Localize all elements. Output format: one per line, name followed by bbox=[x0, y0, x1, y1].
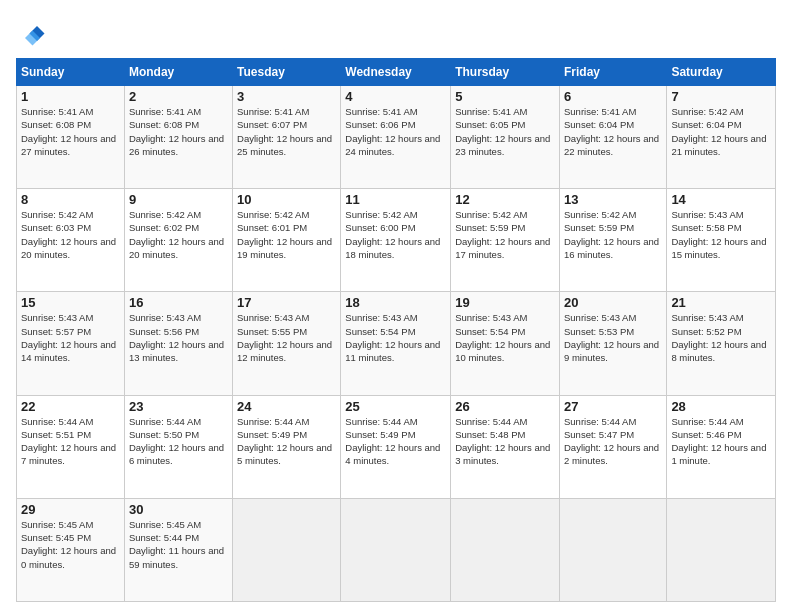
day-number: 19 bbox=[455, 295, 555, 310]
day-cell: 6 Sunrise: 5:41 AMSunset: 6:04 PMDayligh… bbox=[559, 86, 666, 189]
day-info: Sunrise: 5:42 AMSunset: 6:01 PMDaylight:… bbox=[237, 209, 332, 260]
day-info: Sunrise: 5:44 AMSunset: 5:49 PMDaylight:… bbox=[237, 416, 332, 467]
week-row-3: 15 Sunrise: 5:43 AMSunset: 5:57 PMDaylig… bbox=[17, 292, 776, 395]
day-info: Sunrise: 5:42 AMSunset: 6:02 PMDaylight:… bbox=[129, 209, 224, 260]
day-number: 12 bbox=[455, 192, 555, 207]
day-cell bbox=[559, 498, 666, 601]
day-cell: 8 Sunrise: 5:42 AMSunset: 6:03 PMDayligh… bbox=[17, 189, 125, 292]
weekday-header-thursday: Thursday bbox=[451, 59, 560, 86]
day-number: 5 bbox=[455, 89, 555, 104]
day-number: 6 bbox=[564, 89, 662, 104]
day-cell: 18 Sunrise: 5:43 AMSunset: 5:54 PMDaylig… bbox=[341, 292, 451, 395]
day-info: Sunrise: 5:41 AMSunset: 6:06 PMDaylight:… bbox=[345, 106, 440, 157]
day-cell: 2 Sunrise: 5:41 AMSunset: 6:08 PMDayligh… bbox=[124, 86, 232, 189]
day-cell bbox=[667, 498, 776, 601]
day-cell: 12 Sunrise: 5:42 AMSunset: 5:59 PMDaylig… bbox=[451, 189, 560, 292]
day-number: 23 bbox=[129, 399, 228, 414]
day-info: Sunrise: 5:43 AMSunset: 5:53 PMDaylight:… bbox=[564, 312, 659, 363]
weekday-header-friday: Friday bbox=[559, 59, 666, 86]
day-number: 14 bbox=[671, 192, 771, 207]
day-info: Sunrise: 5:43 AMSunset: 5:54 PMDaylight:… bbox=[455, 312, 550, 363]
day-cell: 19 Sunrise: 5:43 AMSunset: 5:54 PMDaylig… bbox=[451, 292, 560, 395]
day-number: 30 bbox=[129, 502, 228, 517]
day-info: Sunrise: 5:42 AMSunset: 6:00 PMDaylight:… bbox=[345, 209, 440, 260]
day-cell: 21 Sunrise: 5:43 AMSunset: 5:52 PMDaylig… bbox=[667, 292, 776, 395]
day-cell: 13 Sunrise: 5:42 AMSunset: 5:59 PMDaylig… bbox=[559, 189, 666, 292]
day-cell: 16 Sunrise: 5:43 AMSunset: 5:56 PMDaylig… bbox=[124, 292, 232, 395]
day-number: 15 bbox=[21, 295, 120, 310]
day-info: Sunrise: 5:44 AMSunset: 5:49 PMDaylight:… bbox=[345, 416, 440, 467]
day-info: Sunrise: 5:45 AMSunset: 5:45 PMDaylight:… bbox=[21, 519, 116, 570]
day-cell: 11 Sunrise: 5:42 AMSunset: 6:00 PMDaylig… bbox=[341, 189, 451, 292]
day-info: Sunrise: 5:42 AMSunset: 6:03 PMDaylight:… bbox=[21, 209, 116, 260]
day-cell: 26 Sunrise: 5:44 AMSunset: 5:48 PMDaylig… bbox=[451, 395, 560, 498]
day-number: 3 bbox=[237, 89, 336, 104]
day-cell: 5 Sunrise: 5:41 AMSunset: 6:05 PMDayligh… bbox=[451, 86, 560, 189]
day-cell: 22 Sunrise: 5:44 AMSunset: 5:51 PMDaylig… bbox=[17, 395, 125, 498]
day-cell: 23 Sunrise: 5:44 AMSunset: 5:50 PMDaylig… bbox=[124, 395, 232, 498]
day-info: Sunrise: 5:43 AMSunset: 5:54 PMDaylight:… bbox=[345, 312, 440, 363]
day-info: Sunrise: 5:42 AMSunset: 5:59 PMDaylight:… bbox=[564, 209, 659, 260]
weekday-header-monday: Monday bbox=[124, 59, 232, 86]
day-info: Sunrise: 5:41 AMSunset: 6:07 PMDaylight:… bbox=[237, 106, 332, 157]
day-number: 24 bbox=[237, 399, 336, 414]
day-number: 9 bbox=[129, 192, 228, 207]
day-number: 27 bbox=[564, 399, 662, 414]
day-number: 8 bbox=[21, 192, 120, 207]
day-cell: 24 Sunrise: 5:44 AMSunset: 5:49 PMDaylig… bbox=[233, 395, 341, 498]
day-cell: 29 Sunrise: 5:45 AMSunset: 5:45 PMDaylig… bbox=[17, 498, 125, 601]
day-info: Sunrise: 5:41 AMSunset: 6:08 PMDaylight:… bbox=[21, 106, 116, 157]
week-row-2: 8 Sunrise: 5:42 AMSunset: 6:03 PMDayligh… bbox=[17, 189, 776, 292]
week-row-1: 1 Sunrise: 5:41 AMSunset: 6:08 PMDayligh… bbox=[17, 86, 776, 189]
day-number: 7 bbox=[671, 89, 771, 104]
header bbox=[16, 16, 776, 50]
day-info: Sunrise: 5:44 AMSunset: 5:51 PMDaylight:… bbox=[21, 416, 116, 467]
day-cell bbox=[341, 498, 451, 601]
day-info: Sunrise: 5:43 AMSunset: 5:57 PMDaylight:… bbox=[21, 312, 116, 363]
day-info: Sunrise: 5:45 AMSunset: 5:44 PMDaylight:… bbox=[129, 519, 224, 570]
day-cell: 10 Sunrise: 5:42 AMSunset: 6:01 PMDaylig… bbox=[233, 189, 341, 292]
day-info: Sunrise: 5:44 AMSunset: 5:50 PMDaylight:… bbox=[129, 416, 224, 467]
day-number: 22 bbox=[21, 399, 120, 414]
day-number: 25 bbox=[345, 399, 446, 414]
day-info: Sunrise: 5:43 AMSunset: 5:58 PMDaylight:… bbox=[671, 209, 766, 260]
day-info: Sunrise: 5:44 AMSunset: 5:48 PMDaylight:… bbox=[455, 416, 550, 467]
day-cell: 30 Sunrise: 5:45 AMSunset: 5:44 PMDaylig… bbox=[124, 498, 232, 601]
day-number: 1 bbox=[21, 89, 120, 104]
day-cell: 3 Sunrise: 5:41 AMSunset: 6:07 PMDayligh… bbox=[233, 86, 341, 189]
day-number: 2 bbox=[129, 89, 228, 104]
weekday-header-wednesday: Wednesday bbox=[341, 59, 451, 86]
day-number: 10 bbox=[237, 192, 336, 207]
day-info: Sunrise: 5:41 AMSunset: 6:08 PMDaylight:… bbox=[129, 106, 224, 157]
day-number: 28 bbox=[671, 399, 771, 414]
day-number: 17 bbox=[237, 295, 336, 310]
weekday-header-saturday: Saturday bbox=[667, 59, 776, 86]
day-number: 26 bbox=[455, 399, 555, 414]
day-number: 16 bbox=[129, 295, 228, 310]
day-info: Sunrise: 5:42 AMSunset: 6:04 PMDaylight:… bbox=[671, 106, 766, 157]
day-cell: 27 Sunrise: 5:44 AMSunset: 5:47 PMDaylig… bbox=[559, 395, 666, 498]
day-info: Sunrise: 5:43 AMSunset: 5:52 PMDaylight:… bbox=[671, 312, 766, 363]
week-row-5: 29 Sunrise: 5:45 AMSunset: 5:45 PMDaylig… bbox=[17, 498, 776, 601]
day-cell: 1 Sunrise: 5:41 AMSunset: 6:08 PMDayligh… bbox=[17, 86, 125, 189]
weekday-header-row: SundayMondayTuesdayWednesdayThursdayFrid… bbox=[17, 59, 776, 86]
day-cell: 9 Sunrise: 5:42 AMSunset: 6:02 PMDayligh… bbox=[124, 189, 232, 292]
day-number: 18 bbox=[345, 295, 446, 310]
day-cell: 17 Sunrise: 5:43 AMSunset: 5:55 PMDaylig… bbox=[233, 292, 341, 395]
weekday-header-tuesday: Tuesday bbox=[233, 59, 341, 86]
day-number: 11 bbox=[345, 192, 446, 207]
day-cell bbox=[233, 498, 341, 601]
day-number: 21 bbox=[671, 295, 771, 310]
weekday-header-sunday: Sunday bbox=[17, 59, 125, 86]
day-cell: 20 Sunrise: 5:43 AMSunset: 5:53 PMDaylig… bbox=[559, 292, 666, 395]
day-number: 13 bbox=[564, 192, 662, 207]
calendar-table: SundayMondayTuesdayWednesdayThursdayFrid… bbox=[16, 58, 776, 602]
day-cell: 25 Sunrise: 5:44 AMSunset: 5:49 PMDaylig… bbox=[341, 395, 451, 498]
day-cell: 4 Sunrise: 5:41 AMSunset: 6:06 PMDayligh… bbox=[341, 86, 451, 189]
day-info: Sunrise: 5:41 AMSunset: 6:05 PMDaylight:… bbox=[455, 106, 550, 157]
day-cell: 28 Sunrise: 5:44 AMSunset: 5:46 PMDaylig… bbox=[667, 395, 776, 498]
day-info: Sunrise: 5:43 AMSunset: 5:55 PMDaylight:… bbox=[237, 312, 332, 363]
page: SundayMondayTuesdayWednesdayThursdayFrid… bbox=[0, 0, 792, 612]
day-info: Sunrise: 5:43 AMSunset: 5:56 PMDaylight:… bbox=[129, 312, 224, 363]
week-row-4: 22 Sunrise: 5:44 AMSunset: 5:51 PMDaylig… bbox=[17, 395, 776, 498]
